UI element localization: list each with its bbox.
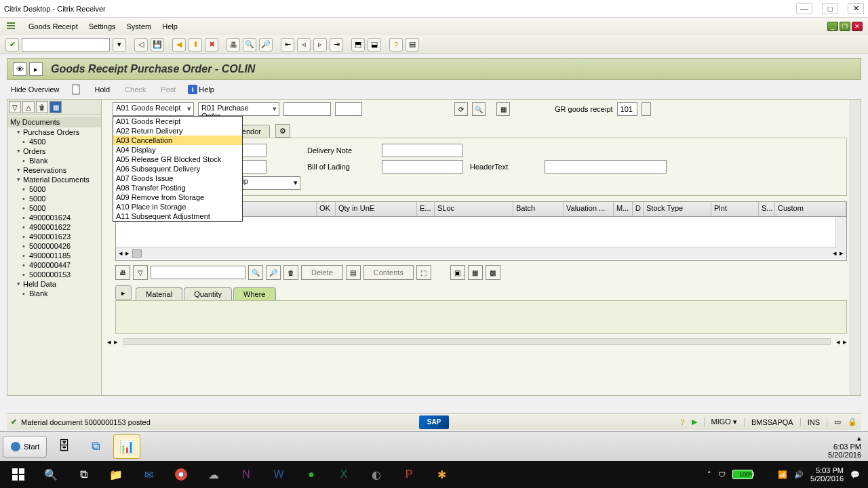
status-play-icon[interactable]: ▶ xyxy=(692,418,697,426)
command-field[interactable] xyxy=(22,38,110,52)
detail-collapse-icon[interactable]: ▸ xyxy=(115,285,132,300)
citrix-tray[interactable]: ▴ 6:03 PM 5/20/2016 xyxy=(828,434,865,459)
menu-settings[interactable]: Settings xyxy=(89,22,116,30)
wifi-icon[interactable]: 📶 xyxy=(778,470,787,479)
grid-search-input[interactable] xyxy=(151,266,245,279)
overview-toggle2-icon[interactable]: ▸ xyxy=(29,62,43,76)
bottom-hscroll[interactable]: ◂ ▸ ◂ ▸ xyxy=(107,337,847,346)
search-help-icon[interactable]: 🔍 xyxy=(472,102,486,116)
contents-button[interactable]: Contents xyxy=(363,265,414,280)
volume-icon[interactable]: 🔊 xyxy=(794,470,804,479)
tree-item[interactable]: 5000 xyxy=(7,184,101,194)
scroll-right-icon[interactable]: ▸ xyxy=(114,338,118,346)
nav-exit-icon[interactable]: ⬆ xyxy=(189,38,202,52)
scroll-left2-icon[interactable]: ◂ xyxy=(836,338,840,346)
overview-toggle-icon[interactable]: 👁 xyxy=(13,62,26,76)
grid-vscroll[interactable] xyxy=(835,217,846,248)
tree-group-reservations[interactable]: Reservations xyxy=(7,165,101,175)
ref-item-input[interactable] xyxy=(335,102,362,116)
movement-help-icon[interactable] xyxy=(642,102,651,116)
grid-misc3-icon[interactable]: ▦ xyxy=(468,265,483,280)
scroll-left-icon[interactable]: ◂ xyxy=(107,338,111,346)
delete-tree-icon[interactable]: 🗑 xyxy=(36,101,48,113)
col-d[interactable]: D xyxy=(633,202,644,216)
scroll-right-icon[interactable]: ▸ xyxy=(125,249,130,258)
misc-green-icon[interactable]: ● xyxy=(296,461,327,488)
last-page-icon[interactable]: ⇥ xyxy=(330,38,343,52)
tree-item[interactable]: Blank xyxy=(7,156,101,165)
dropdown-option[interactable]: A11 Subsequent Adjustment xyxy=(113,211,242,221)
post-button[interactable]: Post xyxy=(158,84,178,95)
dropdown-option[interactable]: A04 Display xyxy=(113,145,242,155)
col-custom[interactable]: Custom xyxy=(775,202,846,216)
col-s[interactable]: S... xyxy=(759,202,775,216)
header-text-input[interactable] xyxy=(545,160,667,174)
grid-hscroll[interactable]: ◂ ▸ ◂ ▸ xyxy=(116,247,846,259)
onenote-icon[interactable]: N xyxy=(231,461,262,488)
collapse-up-icon[interactable]: △ xyxy=(22,101,35,113)
maximize-button[interactable]: □ xyxy=(822,3,838,14)
nav-back-icon[interactable]: ◀ xyxy=(172,38,186,52)
menu-goods-receipt[interactable]: Goods Receipt xyxy=(28,22,78,30)
find-next-grid-icon[interactable]: 🔎 xyxy=(266,265,281,280)
col-sloc[interactable]: SLoc xyxy=(435,202,513,216)
skype-icon[interactable]: ☁ xyxy=(198,461,229,488)
sap-restore-button[interactable]: ❐ xyxy=(840,22,850,31)
scroll-right2-icon[interactable]: ▸ xyxy=(843,338,847,346)
menu-system[interactable]: System xyxy=(127,22,152,30)
col-ok[interactable]: OK xyxy=(317,202,336,216)
tree-item[interactable]: 4900000447 xyxy=(7,260,101,270)
tree-item[interactable]: 4900001624 xyxy=(7,213,101,222)
tree-item[interactable]: 5000000153 xyxy=(7,270,101,279)
tab-material[interactable]: Material xyxy=(136,287,182,300)
dropdown-option[interactable]: A01 Goods Receipt xyxy=(113,117,242,126)
scroll-thumb[interactable] xyxy=(132,249,142,258)
find-icon[interactable]: 🔍 xyxy=(243,38,256,52)
check-button[interactable]: Check xyxy=(122,84,149,95)
first-page-icon[interactable]: ⇤ xyxy=(281,38,294,52)
col-qty[interactable]: Qty in UnE xyxy=(336,202,417,216)
expand-down-icon[interactable]: ▽ xyxy=(9,101,21,113)
outlook-icon[interactable]: ✉ xyxy=(133,461,164,488)
help-button[interactable]: i Help xyxy=(188,85,214,94)
delete-button[interactable]: Delete xyxy=(301,265,343,280)
tree-item[interactable]: 5000 xyxy=(7,194,101,203)
powerpoint-icon[interactable]: P xyxy=(393,461,425,488)
grid-misc2-icon[interactable]: ▣ xyxy=(450,265,465,280)
word-icon[interactable]: W xyxy=(263,461,294,488)
layout-grid-icon[interactable]: ▦ xyxy=(496,102,510,116)
trash-icon[interactable]: 🗑 xyxy=(283,265,298,280)
dropdown-option[interactable]: A08 Transfer Posting xyxy=(113,183,242,192)
minimize-button[interactable]: — xyxy=(796,3,812,14)
find-grid-icon[interactable]: 🔍 xyxy=(248,265,263,280)
tree-item[interactable]: 5000 xyxy=(7,203,101,213)
dropdown-option[interactable]: A05 Release GR Blocked Stock xyxy=(113,155,242,164)
excel-icon[interactable]: X xyxy=(328,461,359,488)
tree-group-held-data[interactable]: Held Data xyxy=(7,279,101,289)
col-plnt[interactable]: Plnt xyxy=(711,202,759,216)
bill-lading-input[interactable] xyxy=(382,160,463,174)
dropdown-option[interactable]: A03 Cancellation xyxy=(113,136,242,145)
tree-item[interactable]: 4500 xyxy=(7,137,101,146)
back-icon[interactable]: ◁ xyxy=(134,38,148,52)
reference-select[interactable]: R01 Purchase Order xyxy=(198,102,279,116)
status-help-icon[interactable]: ? xyxy=(680,418,684,426)
tree-item[interactable]: 5000000426 xyxy=(7,241,101,251)
dropdown-option[interactable]: A02 Return Delivery xyxy=(113,126,242,136)
contents-icon[interactable]: ▤ xyxy=(346,265,361,280)
dropdown-option[interactable]: A06 Subsequent Delivery xyxy=(113,164,242,174)
next-page-icon[interactable]: ▹ xyxy=(313,38,327,52)
shortcut-icon[interactable]: ⬓ xyxy=(368,38,381,52)
tray-up-icon[interactable]: ˄ xyxy=(707,470,711,479)
new-doc-icon[interactable] xyxy=(72,84,83,95)
col-stock-type[interactable]: Stock Type xyxy=(644,202,711,216)
execute-icon[interactable]: ⟳ xyxy=(454,102,468,116)
detail-icon[interactable]: 🖶 xyxy=(115,265,130,280)
chrome-icon[interactable] xyxy=(165,461,197,488)
powershell-task-icon[interactable]: ⧉ xyxy=(82,434,109,459)
sap-task-icon[interactable]: 📊 xyxy=(113,434,140,459)
scroll-left2-icon[interactable]: ◂ xyxy=(833,249,837,258)
delivery-note-input[interactable] xyxy=(382,144,463,157)
tab-where[interactable]: Where xyxy=(233,287,275,300)
filter-icon[interactable]: ▽ xyxy=(133,265,148,280)
